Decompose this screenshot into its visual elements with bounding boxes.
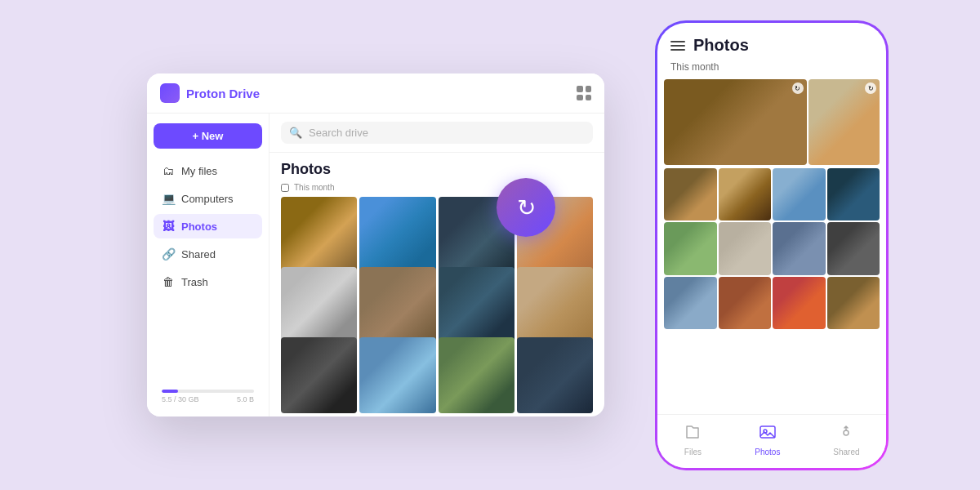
sidebar-item-label-shared: Shared <box>181 248 216 261</box>
desktop-window: Proton Drive + New 🗂 My files 💻 Computer… <box>147 74 604 416</box>
search-area: 🔍 Search drive <box>270 114 604 153</box>
phone-header: Photos <box>657 23 886 61</box>
phone-photo-row-4 <box>657 277 886 330</box>
sidebar-item-trash[interactable]: 🗑 Trash <box>154 270 262 294</box>
phone-border: Photos This month ↻ ↻ <box>655 20 889 470</box>
phone-photo-6[interactable] <box>664 222 717 275</box>
nav-item-shared[interactable]: Shared <box>833 423 859 457</box>
nav-item-files[interactable]: Files <box>684 423 702 457</box>
phone-photo-9[interactable] <box>827 222 880 275</box>
photo-cell-7[interactable] <box>439 267 514 343</box>
photo-cell-8[interactable] <box>517 267 593 343</box>
photos-icon: 🖼 <box>162 220 175 233</box>
desktop-body: + New 🗂 My files 💻 Computers 🖼 Photos 🔗 … <box>147 114 604 416</box>
phone-photo-7[interactable] <box>719 222 772 275</box>
sidebar-item-computers[interactable]: 💻 Computers <box>154 186 262 211</box>
desktop-logo-text: Proton Drive <box>186 87 260 100</box>
storage-labels: 5.5 / 30 GB 5.0 B <box>162 395 254 403</box>
phone-photo-2[interactable] <box>664 168 717 221</box>
phone-photo-wide-1[interactable]: ↻ <box>664 79 807 165</box>
logo-icon <box>160 83 180 103</box>
photo-cell-12[interactable] <box>517 337 593 413</box>
grid-view-icon[interactable] <box>577 86 591 100</box>
phone-photo-5[interactable] <box>827 168 880 221</box>
sync-icon: ↻ <box>517 194 536 221</box>
phone-month-label: This month <box>657 61 886 79</box>
phone: Photos This month ↻ ↻ <box>657 23 886 468</box>
storage-bar-track <box>162 390 254 393</box>
nav-photos-icon <box>759 423 777 445</box>
refresh-dot-2: ↻ <box>865 82 876 94</box>
sidebar-item-label-computers: Computers <box>181 193 234 205</box>
my-files-icon: 🗂 <box>162 164 175 177</box>
phone-photo-row-1: ↻ ↻ <box>657 79 886 165</box>
sidebar: + New 🗂 My files 💻 Computers 🖼 Photos 🔗 … <box>147 114 270 416</box>
this-month-checkbox[interactable] <box>281 184 289 192</box>
storage-bar: 5.5 / 30 GB 5.0 B <box>154 383 262 407</box>
nav-shared-label: Shared <box>833 448 859 457</box>
phone-photo-11[interactable] <box>719 277 772 330</box>
photos-grid <box>270 197 604 416</box>
hamburger-menu-icon[interactable] <box>670 41 685 51</box>
storage-bar-fill <box>162 390 178 393</box>
photo-cell-1[interactable] <box>281 197 357 273</box>
search-bar[interactable]: 🔍 Search drive <box>281 122 593 144</box>
this-month-section: This month <box>270 183 604 197</box>
photos-page-title: Photos <box>270 153 604 183</box>
phone-photo-12[interactable] <box>773 277 826 330</box>
photo-cell-2[interactable] <box>359 197 435 273</box>
trash-icon: 🗑 <box>162 275 175 288</box>
computers-icon: 💻 <box>162 192 175 205</box>
phone-photo-4[interactable] <box>773 168 826 221</box>
logo-area: Proton Drive <box>160 83 260 103</box>
phone-photo-13[interactable] <box>827 277 880 330</box>
photo-cell-9[interactable] <box>281 337 357 413</box>
photo-cell-11[interactable] <box>439 337 514 413</box>
scene: Proton Drive + New 🗂 My files 💻 Computer… <box>0 0 980 490</box>
shared-icon: 🔗 <box>162 247 175 261</box>
nav-files-icon <box>684 423 702 445</box>
logo-drive: Drive <box>229 87 261 100</box>
phone-photos-section: ↻ ↻ <box>657 79 886 414</box>
storage-used-label: 5.5 / 30 GB <box>162 395 199 403</box>
sidebar-item-photos[interactable]: 🖼 Photos <box>154 214 262 238</box>
phone-photo-1[interactable]: ↻ <box>808 79 880 165</box>
nav-item-photos[interactable]: Photos <box>755 423 780 457</box>
logo-proton: Proton <box>186 87 225 100</box>
photo-cell-10[interactable] <box>359 337 435 413</box>
sidebar-item-my-files[interactable]: 🗂 My files <box>154 158 262 183</box>
sync-button[interactable]: ↻ <box>497 178 555 237</box>
sidebar-item-shared[interactable]: 🔗 Shared <box>154 242 262 266</box>
desktop-header: Proton Drive <box>147 74 604 114</box>
sidebar-item-label-trash: Trash <box>181 276 208 288</box>
new-button[interactable]: + New <box>154 123 262 149</box>
search-icon: 🔍 <box>289 127 302 139</box>
phone-photo-row-3 <box>657 222 886 275</box>
this-month-text: This month <box>294 183 334 192</box>
refresh-dot-1: ↻ <box>792 82 804 94</box>
photo-cell-6[interactable] <box>359 267 435 343</box>
phone-photo-8[interactable] <box>773 222 826 275</box>
phone-photos-title: Photos <box>693 36 749 55</box>
phone-photo-row-2 <box>657 168 886 221</box>
phone-photo-10[interactable] <box>664 277 717 330</box>
nav-shared-icon <box>837 423 855 445</box>
sidebar-item-label-photos: Photos <box>181 220 217 233</box>
nav-files-label: Files <box>684 448 702 457</box>
photo-cell-5[interactable] <box>281 267 357 343</box>
main-content: 🔍 Search drive Photos This month <box>270 114 604 416</box>
nav-photos-label: Photos <box>755 448 780 457</box>
phone-bottom-nav: Files Photos <box>657 414 886 468</box>
phone-photo-3[interactable] <box>719 168 772 221</box>
sidebar-item-label-my-files: My files <box>181 165 217 177</box>
storage-total-label: 5.0 B <box>237 395 254 403</box>
search-placeholder: Search drive <box>309 127 368 139</box>
